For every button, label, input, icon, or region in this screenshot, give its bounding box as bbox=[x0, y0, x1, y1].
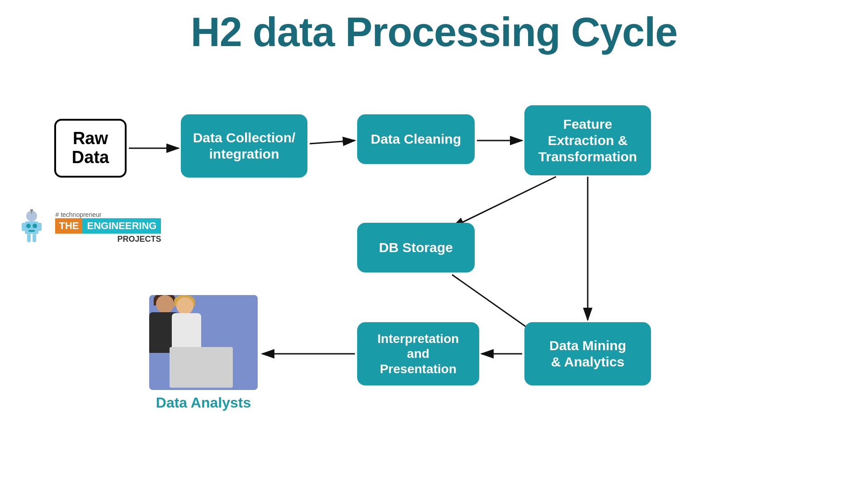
feature-node: Feature Extraction & Transformation bbox=[524, 105, 651, 175]
mining-node: Data Mining & Analytics bbox=[524, 322, 651, 385]
analysts-area: Data Analysts bbox=[149, 295, 258, 411]
raw-data-node: Raw Data bbox=[54, 119, 127, 178]
logo-text: # technopreneur THE ENGINEERING PROJECTS bbox=[55, 211, 161, 244]
projects-label: PROJECTS bbox=[55, 235, 161, 244]
collection-node: Data Collection/ integration bbox=[181, 114, 307, 178]
page-title: H2 data Processing Cycle bbox=[0, 0, 868, 60]
svg-rect-14 bbox=[33, 234, 36, 242]
svg-line-4 bbox=[452, 177, 556, 227]
svg-rect-13 bbox=[27, 234, 31, 242]
svg-line-2 bbox=[310, 141, 355, 144]
engineering-label: ENGINEERING bbox=[82, 218, 161, 234]
svg-rect-11 bbox=[22, 223, 25, 231]
the-label: THE bbox=[55, 218, 82, 234]
interpretation-node: Interpretation and Presentation bbox=[357, 322, 479, 385]
svg-point-15 bbox=[26, 224, 31, 228]
svg-point-16 bbox=[33, 224, 37, 228]
hashtag-text: # technopreneur bbox=[55, 211, 161, 218]
svg-rect-17 bbox=[28, 230, 35, 232]
analysts-label: Data Analysts bbox=[149, 394, 258, 411]
robot-icon bbox=[14, 209, 50, 245]
db-storage-node: DB Storage bbox=[357, 223, 475, 272]
svg-rect-10 bbox=[25, 221, 38, 234]
logo-area: # technopreneur THE ENGINEERING PROJECTS bbox=[14, 209, 172, 245]
svg-rect-12 bbox=[38, 223, 42, 231]
analysts-image bbox=[149, 295, 258, 390]
cleaning-node: Data Cleaning bbox=[357, 114, 475, 164]
